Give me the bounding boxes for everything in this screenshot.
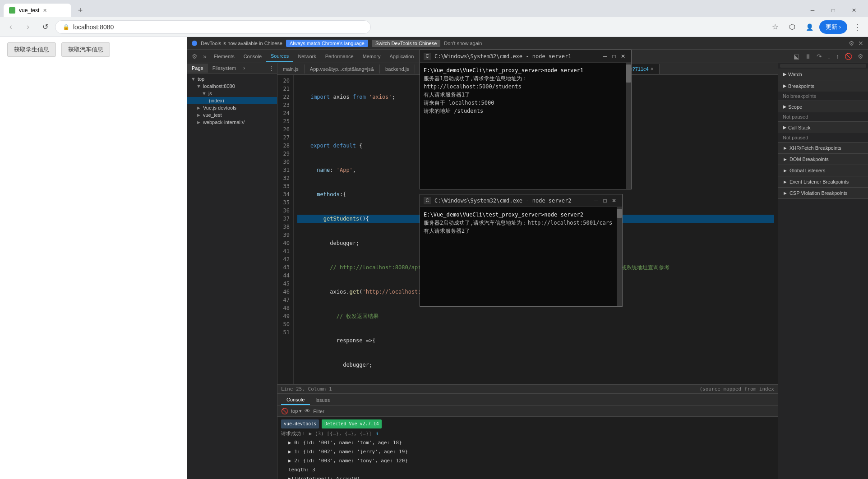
cmd2-scrollbar[interactable] bbox=[617, 207, 622, 306]
sources-tab-add[interactable]: › bbox=[240, 63, 248, 73]
sources-filesystem-tab[interactable]: Filesystem bbox=[208, 64, 241, 73]
tree-item-index[interactable]: (index) bbox=[187, 97, 277, 104]
editor-tab-backend[interactable]: backend.js bbox=[380, 64, 415, 74]
scope-title[interactable]: ▶ Scope bbox=[778, 101, 868, 112]
code-line-30: response =>{ bbox=[297, 336, 774, 345]
cmd1-title: C:\Windows\System32\cmd.exe - node serve… bbox=[434, 53, 600, 60]
new-tab-button[interactable]: + bbox=[74, 4, 87, 17]
students-expand-icon[interactable]: ▶ (3) [{…}, {…}, {…}] bbox=[309, 431, 372, 437]
close-notification-icon[interactable]: ✕ bbox=[858, 40, 863, 47]
tab-console[interactable]: Console bbox=[239, 51, 266, 62]
devtools-icon bbox=[192, 41, 197, 46]
tab-sources[interactable]: Sources bbox=[266, 51, 293, 62]
extensions-button[interactable]: ⬡ bbox=[785, 20, 799, 34]
cmd1-maximize-btn[interactable]: □ bbox=[609, 52, 619, 61]
eye-icon[interactable]: 👁 bbox=[305, 408, 310, 415]
tab-application[interactable]: Application bbox=[385, 51, 418, 62]
update-button[interactable]: 更新 › bbox=[819, 20, 847, 34]
filter-input[interactable]: Filter bbox=[313, 409, 324, 414]
cmd2-minimize-btn[interactable]: ─ bbox=[591, 196, 600, 205]
tab-close-icon[interactable]: × bbox=[43, 7, 46, 14]
tree-item-vuedevtools[interactable]: ► Vue.js devtools bbox=[187, 104, 277, 111]
console-tabs-bar: Console Issues bbox=[277, 394, 778, 406]
scope-content: Not paused bbox=[778, 112, 868, 121]
active-tab[interactable]: vue_test × bbox=[4, 4, 71, 17]
get-students-button[interactable]: 获取学生信息 bbox=[7, 42, 56, 57]
watch-section-title[interactable]: ▶ Watch bbox=[778, 69, 868, 80]
cmd2-close-btn[interactable]: ✕ bbox=[609, 196, 619, 205]
editor-tab-appvue-script[interactable]: App.vue&typ...cript&lang=js& bbox=[305, 64, 380, 74]
address-bar[interactable]: 🔒 localhost:8080 bbox=[55, 20, 371, 34]
dont-show-again-link[interactable]: Don't show again bbox=[444, 41, 482, 46]
top-context-selector[interactable]: top ▾ bbox=[291, 408, 302, 414]
cmd2-line-3: 有人请求服务器2了 bbox=[424, 227, 613, 235]
reload-button[interactable]: ↺ bbox=[38, 20, 52, 34]
cmd2-maximize-btn[interactable]: □ bbox=[600, 196, 609, 205]
sources-tab-more[interactable]: ⋮ bbox=[266, 63, 277, 73]
star-button[interactable]: ☆ bbox=[768, 20, 782, 34]
cmd1-minimize-btn[interactable]: ─ bbox=[600, 52, 609, 61]
csp-title[interactable]: ► CSP Violation Breakpoints bbox=[778, 188, 868, 198]
cmd1-close-btn[interactable]: ✕ bbox=[619, 52, 628, 61]
devtools-settings-icon[interactable]: ⚙ bbox=[189, 51, 200, 62]
dock-icon[interactable]: ⬕ bbox=[791, 51, 802, 62]
console-tab[interactable]: Console bbox=[281, 395, 310, 405]
settings-icon[interactable]: ⚙ bbox=[849, 40, 854, 47]
cmd1-line-3: 有人请求服务器1了 bbox=[424, 91, 622, 99]
cmd-window-1: C C:\Windows\System32\cmd.exe - node ser… bbox=[420, 50, 632, 189]
tab-title: vue_test bbox=[19, 7, 39, 14]
tree-item-top[interactable]: ▼ top bbox=[187, 75, 277, 83]
tab-performance[interactable]: Performance bbox=[321, 51, 358, 62]
forward-button[interactable]: › bbox=[21, 20, 35, 34]
editor-tab-mainjs[interactable]: main.js bbox=[277, 64, 305, 74]
cmd1-titlebar: C C:\Windows\System32\cmd.exe - node ser… bbox=[420, 50, 631, 63]
settings-gear-icon[interactable]: ⚙ bbox=[855, 51, 866, 62]
switch-language-button[interactable]: Switch DevTools to Chinese bbox=[372, 40, 440, 47]
tree-item-localhost[interactable]: ▼ localhost:8080 bbox=[187, 83, 277, 90]
tree-item-vuetest[interactable]: ► vue_test bbox=[187, 111, 277, 119]
tab-network[interactable]: Network bbox=[293, 51, 320, 62]
match-language-button[interactable]: Always match Chrome's language bbox=[286, 40, 368, 47]
tree-item-webpack[interactable]: ► webpack-internal:// bbox=[187, 119, 277, 126]
window-minimize[interactable]: ─ bbox=[802, 4, 823, 17]
cmd1-scrollbar[interactable] bbox=[626, 63, 631, 189]
menu-button[interactable]: ⋮ bbox=[850, 20, 864, 34]
url-display: localhost:8080 bbox=[73, 23, 114, 31]
window-close[interactable]: ✕ bbox=[844, 4, 864, 17]
lock-icon: 🔒 bbox=[63, 24, 69, 30]
breakpoints-title[interactable]: ▶ Breakpoints bbox=[778, 80, 868, 92]
deactivate-icon[interactable]: 🚫 bbox=[842, 51, 855, 62]
tab-elements[interactable]: Elements bbox=[209, 51, 239, 62]
dom-title[interactable]: ► DOM Breakpoints bbox=[778, 154, 868, 165]
global-title[interactable]: ► Global Listeners bbox=[778, 165, 868, 176]
tab-memory[interactable]: Memory bbox=[358, 51, 385, 62]
back-button[interactable]: ‹ bbox=[4, 20, 18, 34]
issues-tab[interactable]: Issues bbox=[310, 396, 335, 405]
profile-button[interactable]: 👤 bbox=[802, 20, 817, 34]
editor-tab-close-icon[interactable]: × bbox=[651, 66, 654, 72]
call-stack-title[interactable]: ▶ Call Stack bbox=[778, 122, 868, 133]
debugger-panel: ▶ Watch ▶ Breakpoints No breakpoints bbox=[778, 63, 868, 479]
event-title[interactable]: ► Event Listener Breakpoints bbox=[778, 176, 868, 187]
cmd-window-2: C C:\Windows\System32\cmd.exe - node ser… bbox=[420, 194, 623, 307]
console-panel: Console Issues 🚫 top ▾ 👁 Filter bbox=[277, 393, 778, 479]
step-into-icon[interactable]: ↓ bbox=[825, 51, 833, 62]
cmd2-titlebar: C C:\Windows\System32\cmd.exe - node ser… bbox=[420, 194, 622, 207]
window-maximize[interactable]: □ bbox=[823, 4, 844, 17]
sources-page-tab[interactable]: Page bbox=[187, 64, 208, 73]
tree-label-vuedevtools: Vue.js devtools bbox=[203, 105, 236, 111]
devtools-more-tools[interactable]: » bbox=[200, 51, 209, 62]
step-over-icon[interactable]: ↷ bbox=[814, 51, 825, 62]
get-cars-button[interactable]: 获取汽车信息 bbox=[61, 42, 110, 57]
detected-badge: Detected Vue v2.7.14 bbox=[322, 419, 381, 428]
breakpoints-section: ▶ Breakpoints No breakpoints bbox=[778, 80, 868, 101]
xhr-title[interactable]: ► XHR/Fetch Breakpoints bbox=[778, 143, 868, 153]
cmd1-line-1: E:\Vue_demo\VueCli\test_proxy_server>nod… bbox=[424, 66, 622, 74]
clear-console-icon[interactable]: 🚫 bbox=[281, 408, 288, 415]
page-buttons-area: 获取学生信息 获取汽车信息 bbox=[0, 37, 187, 62]
call-stack-content: Not paused bbox=[778, 133, 868, 142]
pause-icon[interactable]: ⏸ bbox=[802, 51, 814, 62]
students-item-1: ▶ 1: {id: '002', name: 'jerry', age: 19} bbox=[281, 447, 774, 456]
step-out-icon[interactable]: ↑ bbox=[833, 51, 842, 62]
tree-item-js[interactable]: ▼ js bbox=[187, 90, 277, 97]
